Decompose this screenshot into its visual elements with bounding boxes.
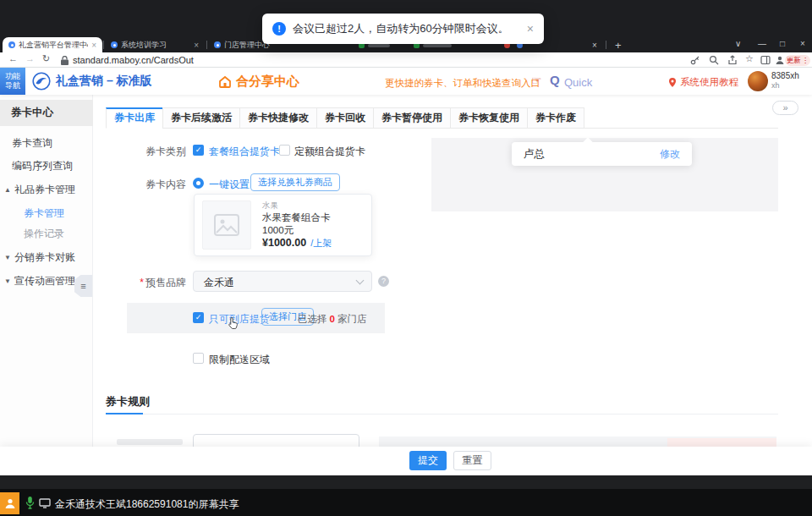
key-icon[interactable] xyxy=(690,55,700,65)
picture-icon xyxy=(214,214,239,236)
forward-icon[interactable]: → xyxy=(25,53,35,63)
bookmark-star-icon[interactable]: ☆ xyxy=(745,53,754,64)
sidebar-item-card-manage[interactable]: 券卡管理 xyxy=(24,206,64,221)
tab-card-activate[interactable]: 券卡后续激活 xyxy=(162,107,240,129)
caret-up-icon: ▲ xyxy=(4,186,11,194)
browser-update-button[interactable]: 更新 ⋮ xyxy=(785,55,810,66)
app-title: 礼盒营销 – 标准版 xyxy=(56,74,152,89)
option-package-card-label[interactable]: 套餐组合提货卡 xyxy=(209,145,280,159)
rules-active-indicator xyxy=(106,413,143,414)
tab-card-outbound[interactable]: 券卡出库 xyxy=(106,107,163,129)
window-maximize-button[interactable]: □ xyxy=(780,39,785,48)
new-tab-button[interactable]: + xyxy=(615,39,622,52)
meeting-toast: ! 会议已超过2人，自动转为60分钟限时会议。 × xyxy=(262,14,544,44)
browser-tab-1[interactable]: 礼盒营销平台管理中心 × xyxy=(3,37,102,52)
zoom-icon[interactable] xyxy=(709,55,719,65)
tab-title: 礼盒营销平台管理中心 xyxy=(19,40,88,51)
nav-toggle-line2: 导航 xyxy=(5,81,20,91)
nav-toggle-line1: 功能 xyxy=(5,72,20,81)
caret-down-icon: ▼ xyxy=(4,254,11,261)
hand-pointer-icon: ☞ xyxy=(531,74,542,87)
checkbox-package-card[interactable]: ✓ xyxy=(193,145,204,156)
brand-logo-icon xyxy=(32,72,51,91)
sidebar-group-animation[interactable]: ▼宣传动画管理 xyxy=(4,274,75,288)
radio-one-click-setup[interactable] xyxy=(193,178,204,189)
product-status: /上架 xyxy=(310,238,332,248)
radio-one-click-label[interactable]: 一键设置 xyxy=(209,178,250,192)
quick-label[interactable]: Quick xyxy=(564,76,592,89)
back-icon[interactable]: ← xyxy=(8,53,18,63)
toast-close-icon[interactable]: × xyxy=(527,22,534,36)
help-icon[interactable]: ? xyxy=(378,276,389,287)
delivery-limit-label[interactable]: 限制配送区域 xyxy=(209,353,270,367)
share-center-link[interactable]: 合分享中心 xyxy=(218,74,299,90)
toast-message: 会议已超过2人，自动转为60分钟限时会议。 xyxy=(293,21,509,36)
info-icon: ! xyxy=(272,22,286,36)
tab-favicon xyxy=(111,41,118,48)
mouse-cursor xyxy=(228,316,239,329)
count-prefix: 已选择 xyxy=(298,314,327,324)
tutorial-link[interactable]: 系统使用教程 xyxy=(668,76,738,89)
sidebar-title: 券卡中心 xyxy=(0,100,93,126)
browser-menu-chevron[interactable]: ∨ xyxy=(735,39,741,48)
caret-down-icon: ▼ xyxy=(4,277,11,285)
tab-close-icon[interactable]: × xyxy=(91,41,96,50)
window-close-button[interactable]: × xyxy=(800,39,805,48)
main-tab-bar: 券卡出库 券卡后续激活 券卡快捷修改 券卡回收 券卡暂停使用 券卡恢复使用 券卡… xyxy=(106,107,584,129)
tab-card-void[interactable]: 券卡作废 xyxy=(527,107,584,129)
expand-panel-button[interactable]: » xyxy=(772,101,798,115)
choose-gift-products-button[interactable]: 选择兑换礼券商品 xyxy=(250,173,340,191)
reset-button[interactable]: 重置 xyxy=(453,451,491,470)
submit-button[interactable]: 提交 xyxy=(409,451,447,470)
sidebar-item-code-query[interactable]: 编码序列查询 xyxy=(12,159,73,173)
quick-search-icon[interactable]: Q xyxy=(550,73,560,87)
share-status-text: 金禾通技术王斌18662591081的屏幕共享 xyxy=(55,497,239,512)
user-sub: xh xyxy=(771,81,799,91)
sidebar-group-label: 分销券卡对账 xyxy=(14,251,75,263)
tab-title-partial xyxy=(423,44,452,47)
window-minimize-button[interactable]: — xyxy=(758,39,766,48)
product-card: 水果 水果套餐组合卡 1000元 ¥1000.00/上架 xyxy=(194,194,372,256)
brand-select[interactable]: 金禾通 xyxy=(193,271,372,292)
tab-card-resume[interactable]: 券卡恢复使用 xyxy=(450,107,528,129)
sidebar-item-op-record[interactable]: 操作记录 xyxy=(24,227,64,241)
sidebar-group-label: 宣传动画管理 xyxy=(14,275,75,287)
product-image-placeholder xyxy=(202,200,251,250)
sidebar-group-distribution[interactable]: ▼分销券卡对账 xyxy=(4,250,75,265)
reload-icon[interactable]: ↻ xyxy=(42,53,50,64)
brand-label-text: 预售品牌 xyxy=(145,277,186,288)
tab-card-recycle[interactable]: 券卡回收 xyxy=(316,107,374,129)
count-value: 0 xyxy=(330,314,335,324)
user-avatar[interactable] xyxy=(748,71,768,91)
checkbox-store-pickup[interactable]: ✓ xyxy=(193,312,204,323)
tab-card-suspend[interactable]: 券卡暂停使用 xyxy=(373,107,451,129)
partial-field-label xyxy=(117,439,183,445)
profile-icon[interactable] xyxy=(775,55,785,65)
option-fixed-card-label[interactable]: 定额组合提货卡 xyxy=(294,145,365,159)
tab-separator xyxy=(103,41,104,49)
tutorial-label: 系统使用教程 xyxy=(680,76,738,89)
sidebar-collapse-handle[interactable]: ≡ xyxy=(74,275,92,297)
sidebar-group-gift-card[interactable]: ▲礼品券卡管理 xyxy=(4,183,75,197)
checkbox-delivery-limit[interactable] xyxy=(193,353,204,364)
card-type-label: 券卡类别 xyxy=(105,145,186,159)
tab-close-icon[interactable]: × xyxy=(592,41,597,50)
tab-card-quick-edit[interactable]: 券卡快捷修改 xyxy=(239,107,317,129)
side-panel-icon[interactable] xyxy=(760,55,771,65)
chevron-down-icon xyxy=(356,277,365,285)
user-id: 8385xh xyxy=(771,71,799,81)
url-field[interactable]: standard.maboy.cn/CardsOut xyxy=(73,55,194,65)
browser-tab-2[interactable]: 系统培训学习 × xyxy=(105,37,205,52)
tab-close-icon[interactable]: × xyxy=(194,41,199,50)
modify-link[interactable]: 修改 xyxy=(660,147,680,162)
sidebar-item-card-query[interactable]: 券卡查询 xyxy=(12,136,52,151)
share-icon[interactable] xyxy=(727,55,738,65)
form-footer xyxy=(0,447,812,475)
checkbox-fixed-card[interactable] xyxy=(279,145,290,156)
tab-favicon xyxy=(214,41,221,48)
rules-divider xyxy=(106,414,778,414)
microphone-icon[interactable] xyxy=(25,496,35,509)
tab-separator xyxy=(606,41,606,49)
pin-icon xyxy=(668,77,677,88)
function-nav-toggle[interactable]: 功能 导航 xyxy=(0,68,25,95)
